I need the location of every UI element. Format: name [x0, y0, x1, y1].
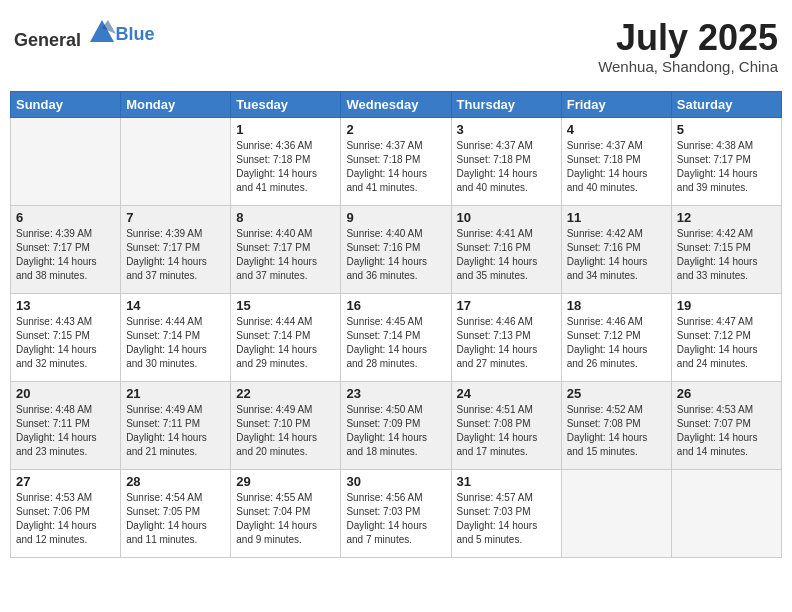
month-title: July 2025 — [598, 18, 778, 58]
day-number: 11 — [567, 210, 666, 225]
cal-cell: 11Sunrise: 4:42 AMSunset: 7:16 PMDayligh… — [561, 205, 671, 293]
logo-blue: Blue — [116, 24, 155, 44]
cell-detail: Sunrise: 4:52 AMSunset: 7:08 PMDaylight:… — [567, 403, 666, 459]
cal-cell — [671, 469, 781, 557]
cell-detail: Sunrise: 4:46 AMSunset: 7:13 PMDaylight:… — [457, 315, 556, 371]
day-number: 23 — [346, 386, 445, 401]
day-number: 15 — [236, 298, 335, 313]
cal-cell: 31Sunrise: 4:57 AMSunset: 7:03 PMDayligh… — [451, 469, 561, 557]
cal-cell: 13Sunrise: 4:43 AMSunset: 7:15 PMDayligh… — [11, 293, 121, 381]
cal-cell — [11, 117, 121, 205]
cell-detail: Sunrise: 4:36 AMSunset: 7:18 PMDaylight:… — [236, 139, 335, 195]
cal-cell: 20Sunrise: 4:48 AMSunset: 7:11 PMDayligh… — [11, 381, 121, 469]
cal-cell: 27Sunrise: 4:53 AMSunset: 7:06 PMDayligh… — [11, 469, 121, 557]
cal-cell: 22Sunrise: 4:49 AMSunset: 7:10 PMDayligh… — [231, 381, 341, 469]
cal-cell: 6Sunrise: 4:39 AMSunset: 7:17 PMDaylight… — [11, 205, 121, 293]
day-number: 1 — [236, 122, 335, 137]
cell-detail: Sunrise: 4:46 AMSunset: 7:12 PMDaylight:… — [567, 315, 666, 371]
cell-detail: Sunrise: 4:48 AMSunset: 7:11 PMDaylight:… — [16, 403, 115, 459]
cell-detail: Sunrise: 4:57 AMSunset: 7:03 PMDaylight:… — [457, 491, 556, 547]
day-number: 28 — [126, 474, 225, 489]
day-header-friday: Friday — [561, 91, 671, 117]
day-header-sunday: Sunday — [11, 91, 121, 117]
cal-cell — [121, 117, 231, 205]
cal-cell: 16Sunrise: 4:45 AMSunset: 7:14 PMDayligh… — [341, 293, 451, 381]
cell-detail: Sunrise: 4:42 AMSunset: 7:16 PMDaylight:… — [567, 227, 666, 283]
cal-cell: 19Sunrise: 4:47 AMSunset: 7:12 PMDayligh… — [671, 293, 781, 381]
cell-detail: Sunrise: 4:37 AMSunset: 7:18 PMDaylight:… — [567, 139, 666, 195]
logo: General Blue — [14, 18, 155, 51]
cell-detail: Sunrise: 4:41 AMSunset: 7:16 PMDaylight:… — [457, 227, 556, 283]
week-row-3: 13Sunrise: 4:43 AMSunset: 7:15 PMDayligh… — [11, 293, 782, 381]
day-number: 31 — [457, 474, 556, 489]
day-header-tuesday: Tuesday — [231, 91, 341, 117]
day-number: 17 — [457, 298, 556, 313]
week-row-5: 27Sunrise: 4:53 AMSunset: 7:06 PMDayligh… — [11, 469, 782, 557]
day-number: 24 — [457, 386, 556, 401]
day-number: 27 — [16, 474, 115, 489]
day-number: 19 — [677, 298, 776, 313]
cal-cell: 25Sunrise: 4:52 AMSunset: 7:08 PMDayligh… — [561, 381, 671, 469]
day-number: 16 — [346, 298, 445, 313]
title-block: July 2025 Wenhua, Shandong, China — [598, 18, 778, 75]
day-number: 3 — [457, 122, 556, 137]
cal-cell: 23Sunrise: 4:50 AMSunset: 7:09 PMDayligh… — [341, 381, 451, 469]
day-number: 26 — [677, 386, 776, 401]
cell-detail: Sunrise: 4:49 AMSunset: 7:11 PMDaylight:… — [126, 403, 225, 459]
day-header-thursday: Thursday — [451, 91, 561, 117]
day-number: 21 — [126, 386, 225, 401]
day-number: 4 — [567, 122, 666, 137]
day-number: 20 — [16, 386, 115, 401]
cal-cell: 7Sunrise: 4:39 AMSunset: 7:17 PMDaylight… — [121, 205, 231, 293]
day-number: 9 — [346, 210, 445, 225]
cal-cell: 12Sunrise: 4:42 AMSunset: 7:15 PMDayligh… — [671, 205, 781, 293]
days-header-row: SundayMondayTuesdayWednesdayThursdayFrid… — [11, 91, 782, 117]
cal-cell: 26Sunrise: 4:53 AMSunset: 7:07 PMDayligh… — [671, 381, 781, 469]
cal-cell: 17Sunrise: 4:46 AMSunset: 7:13 PMDayligh… — [451, 293, 561, 381]
logo-icon — [88, 18, 116, 46]
day-number: 30 — [346, 474, 445, 489]
day-number: 8 — [236, 210, 335, 225]
cell-detail: Sunrise: 4:55 AMSunset: 7:04 PMDaylight:… — [236, 491, 335, 547]
cell-detail: Sunrise: 4:47 AMSunset: 7:12 PMDaylight:… — [677, 315, 776, 371]
day-number: 5 — [677, 122, 776, 137]
day-header-wednesday: Wednesday — [341, 91, 451, 117]
cell-detail: Sunrise: 4:38 AMSunset: 7:17 PMDaylight:… — [677, 139, 776, 195]
day-number: 12 — [677, 210, 776, 225]
cal-cell: 15Sunrise: 4:44 AMSunset: 7:14 PMDayligh… — [231, 293, 341, 381]
cal-cell: 24Sunrise: 4:51 AMSunset: 7:08 PMDayligh… — [451, 381, 561, 469]
week-row-4: 20Sunrise: 4:48 AMSunset: 7:11 PMDayligh… — [11, 381, 782, 469]
cell-detail: Sunrise: 4:42 AMSunset: 7:15 PMDaylight:… — [677, 227, 776, 283]
cell-detail: Sunrise: 4:53 AMSunset: 7:06 PMDaylight:… — [16, 491, 115, 547]
cell-detail: Sunrise: 4:49 AMSunset: 7:10 PMDaylight:… — [236, 403, 335, 459]
day-number: 29 — [236, 474, 335, 489]
cal-cell: 4Sunrise: 4:37 AMSunset: 7:18 PMDaylight… — [561, 117, 671, 205]
cal-cell: 3Sunrise: 4:37 AMSunset: 7:18 PMDaylight… — [451, 117, 561, 205]
cell-detail: Sunrise: 4:54 AMSunset: 7:05 PMDaylight:… — [126, 491, 225, 547]
cell-detail: Sunrise: 4:37 AMSunset: 7:18 PMDaylight:… — [346, 139, 445, 195]
week-row-2: 6Sunrise: 4:39 AMSunset: 7:17 PMDaylight… — [11, 205, 782, 293]
cal-cell: 30Sunrise: 4:56 AMSunset: 7:03 PMDayligh… — [341, 469, 451, 557]
cal-cell: 14Sunrise: 4:44 AMSunset: 7:14 PMDayligh… — [121, 293, 231, 381]
day-number: 25 — [567, 386, 666, 401]
cell-detail: Sunrise: 4:50 AMSunset: 7:09 PMDaylight:… — [346, 403, 445, 459]
cell-detail: Sunrise: 4:45 AMSunset: 7:14 PMDaylight:… — [346, 315, 445, 371]
week-row-1: 1Sunrise: 4:36 AMSunset: 7:18 PMDaylight… — [11, 117, 782, 205]
cell-detail: Sunrise: 4:44 AMSunset: 7:14 PMDaylight:… — [126, 315, 225, 371]
day-number: 13 — [16, 298, 115, 313]
page-header: General Blue July 2025 Wenhua, Shandong,… — [10, 10, 782, 83]
day-number: 10 — [457, 210, 556, 225]
day-number: 6 — [16, 210, 115, 225]
cell-detail: Sunrise: 4:37 AMSunset: 7:18 PMDaylight:… — [457, 139, 556, 195]
cal-cell: 8Sunrise: 4:40 AMSunset: 7:17 PMDaylight… — [231, 205, 341, 293]
day-number: 14 — [126, 298, 225, 313]
cal-cell: 21Sunrise: 4:49 AMSunset: 7:11 PMDayligh… — [121, 381, 231, 469]
day-header-monday: Monday — [121, 91, 231, 117]
day-header-saturday: Saturday — [671, 91, 781, 117]
cell-detail: Sunrise: 4:43 AMSunset: 7:15 PMDaylight:… — [16, 315, 115, 371]
cal-cell: 1Sunrise: 4:36 AMSunset: 7:18 PMDaylight… — [231, 117, 341, 205]
cell-detail: Sunrise: 4:40 AMSunset: 7:16 PMDaylight:… — [346, 227, 445, 283]
day-number: 22 — [236, 386, 335, 401]
cal-cell: 29Sunrise: 4:55 AMSunset: 7:04 PMDayligh… — [231, 469, 341, 557]
cell-detail: Sunrise: 4:56 AMSunset: 7:03 PMDaylight:… — [346, 491, 445, 547]
